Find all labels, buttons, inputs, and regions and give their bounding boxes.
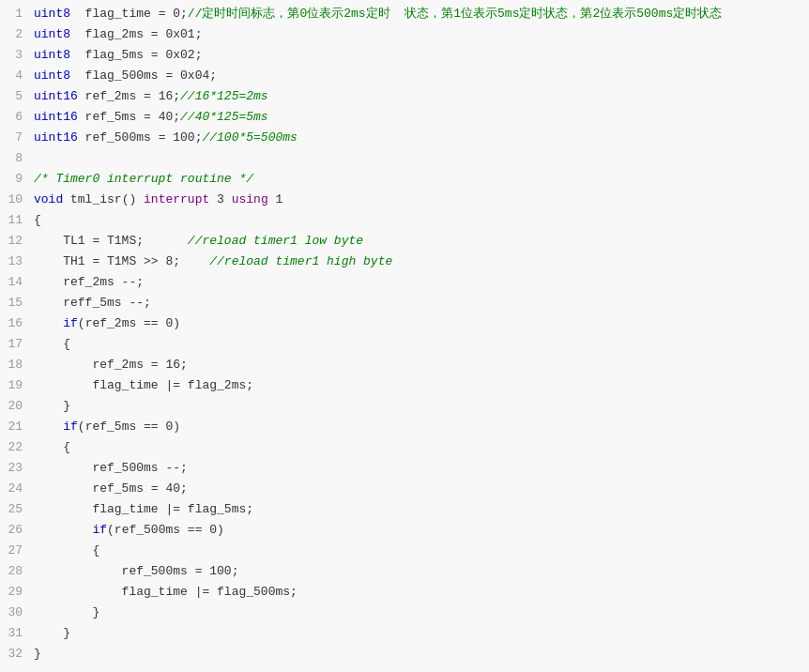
line-number: 19 bbox=[0, 376, 34, 395]
line-number: 29 bbox=[0, 583, 34, 602]
line-number: 5 bbox=[0, 87, 34, 106]
code-token: flag_5ms = 0x02; bbox=[70, 48, 202, 62]
line-number: 3 bbox=[0, 46, 34, 65]
line-number: 11 bbox=[0, 211, 34, 230]
code-token: TH1 = T1MS >> 8; bbox=[34, 254, 180, 268]
code-token: } bbox=[34, 399, 70, 413]
code-token: if bbox=[92, 523, 107, 537]
line-number: 30 bbox=[0, 603, 34, 622]
line-number: 1 bbox=[0, 5, 34, 23]
table-row: 10void tml_isr() interrupt 3 using 1 bbox=[0, 190, 809, 210]
line-content: TL1 = T1MS; //reload timer1 low byte bbox=[34, 232, 809, 251]
line-number: 15 bbox=[0, 294, 34, 313]
code-token: flag_time |= flag_500ms; bbox=[34, 585, 298, 599]
code-token: { bbox=[34, 440, 70, 454]
line-content: uint8 flag_2ms = 0x01; bbox=[34, 25, 809, 44]
table-row: 18 ref_2ms = 16; bbox=[0, 355, 809, 375]
table-row: 26 if(ref_500ms == 0) bbox=[0, 520, 809, 541]
code-token: uint16 bbox=[34, 130, 78, 145]
table-row: 32} bbox=[0, 644, 809, 664]
table-row: 4uint8 flag_500ms = 0x04; bbox=[0, 66, 809, 86]
code-token: ref_2ms = 16; bbox=[78, 89, 180, 103]
code-token: } bbox=[34, 647, 41, 661]
table-row: 21 if(ref_5ms == 0) bbox=[0, 417, 809, 437]
code-token: ref_2ms --; bbox=[34, 275, 144, 289]
code-token: //40*125=5ms bbox=[180, 110, 268, 124]
code-token: if bbox=[63, 316, 78, 330]
code-token: flag_time |= flag_5ms; bbox=[34, 502, 253, 516]
table-row: 14 ref_2ms --; bbox=[0, 272, 809, 293]
table-row: 28 ref_500ms = 100; bbox=[0, 561, 809, 582]
code-token: ref_500ms = 100; bbox=[34, 564, 238, 578]
code-token: flag_time |= flag_2ms; bbox=[34, 378, 253, 392]
line-number: 9 bbox=[0, 170, 34, 189]
table-row: 17 { bbox=[0, 334, 809, 355]
line-content: /* Timer0 interrupt routine */ bbox=[34, 170, 809, 189]
line-number: 6 bbox=[0, 108, 34, 127]
line-content: { bbox=[34, 438, 809, 457]
line-content: uint8 flag_time = 0;//定时时间标志，第0位表示2ms定时 … bbox=[34, 5, 809, 23]
table-row: 20 } bbox=[0, 396, 809, 417]
code-token: reff_5ms --; bbox=[34, 296, 151, 310]
code-token: { bbox=[34, 543, 99, 557]
table-row: 12 TL1 = T1MS; //reload timer1 low byte bbox=[0, 231, 809, 252]
code-token: uint8 bbox=[34, 7, 70, 21]
code-token: //reload timer1 low byte bbox=[144, 234, 363, 248]
line-content: flag_time |= flag_2ms; bbox=[34, 376, 809, 395]
code-token: (ref_2ms == 0) bbox=[78, 316, 180, 330]
line-number: 14 bbox=[0, 273, 34, 292]
line-content: reff_5ms --; bbox=[34, 294, 809, 313]
line-content: if(ref_500ms == 0) bbox=[34, 521, 809, 540]
line-content: ref_2ms = 16; bbox=[34, 356, 809, 374]
line-number: 4 bbox=[0, 67, 34, 85]
table-row: 22 { bbox=[0, 437, 809, 458]
code-token: (ref_5ms == 0) bbox=[78, 420, 180, 434]
code-token: /* Timer0 interrupt routine */ bbox=[34, 172, 253, 186]
table-row: 15 reff_5ms --; bbox=[0, 293, 809, 313]
code-token: //定时时间标志，第0位表示2ms定时 状态，第1位表示5ms定时状态，第2位表… bbox=[188, 7, 722, 21]
line-number: 16 bbox=[0, 314, 34, 333]
line-content: } bbox=[34, 603, 809, 622]
table-row: 31 } bbox=[0, 623, 809, 644]
code-token: uint16 bbox=[34, 89, 78, 103]
line-number: 7 bbox=[0, 129, 34, 147]
table-row: 5uint16 ref_2ms = 16;//16*125=2ms bbox=[0, 86, 809, 107]
line-number: 21 bbox=[0, 418, 34, 436]
table-row: 16 if(ref_2ms == 0) bbox=[0, 313, 809, 334]
table-row: 27 { bbox=[0, 541, 809, 561]
line-number: 22 bbox=[0, 438, 34, 457]
line-content: flag_time |= flag_500ms; bbox=[34, 583, 809, 602]
line-number: 17 bbox=[0, 335, 34, 354]
line-number: 24 bbox=[0, 480, 34, 498]
table-row: 7uint16 ref_500ms = 100;//100*5=500ms bbox=[0, 128, 809, 148]
line-content: flag_time |= flag_5ms; bbox=[34, 500, 809, 519]
line-content: ref_500ms = 100; bbox=[34, 562, 809, 581]
code-token: } bbox=[34, 626, 70, 640]
code-token: ref_500ms = 100; bbox=[78, 130, 203, 145]
code-token: 1 bbox=[268, 192, 283, 206]
line-content: ref_2ms --; bbox=[34, 273, 809, 292]
line-number: 25 bbox=[0, 500, 34, 519]
line-content bbox=[34, 149, 809, 168]
table-row: 2uint8 flag_2ms = 0x01; bbox=[0, 24, 809, 45]
code-token: { bbox=[34, 337, 70, 351]
table-row: 11{ bbox=[0, 210, 809, 231]
table-row: 23 ref_500ms --; bbox=[0, 458, 809, 479]
code-token: ref_5ms = 40; bbox=[78, 110, 180, 124]
line-number: 23 bbox=[0, 459, 34, 478]
line-content: TH1 = T1MS >> 8; //reload timer1 high by… bbox=[34, 252, 809, 271]
line-number: 13 bbox=[0, 252, 34, 271]
line-number: 32 bbox=[0, 645, 34, 664]
code-token: TL1 = T1MS; bbox=[34, 234, 144, 248]
table-row: 19 flag_time |= flag_2ms; bbox=[0, 375, 809, 396]
table-row: 9/* Timer0 interrupt routine */ bbox=[0, 169, 809, 190]
code-token: uint8 bbox=[34, 69, 70, 83]
table-row: 8 bbox=[0, 148, 809, 169]
line-content: { bbox=[34, 542, 809, 560]
code-token: ref_5ms = 40; bbox=[34, 481, 188, 496]
code-token: uint16 bbox=[34, 110, 78, 124]
line-number: 31 bbox=[0, 624, 34, 643]
code-token: flag_time = 0; bbox=[70, 7, 188, 21]
line-content: { bbox=[34, 335, 809, 354]
code-token: (ref_500ms == 0) bbox=[107, 523, 224, 537]
